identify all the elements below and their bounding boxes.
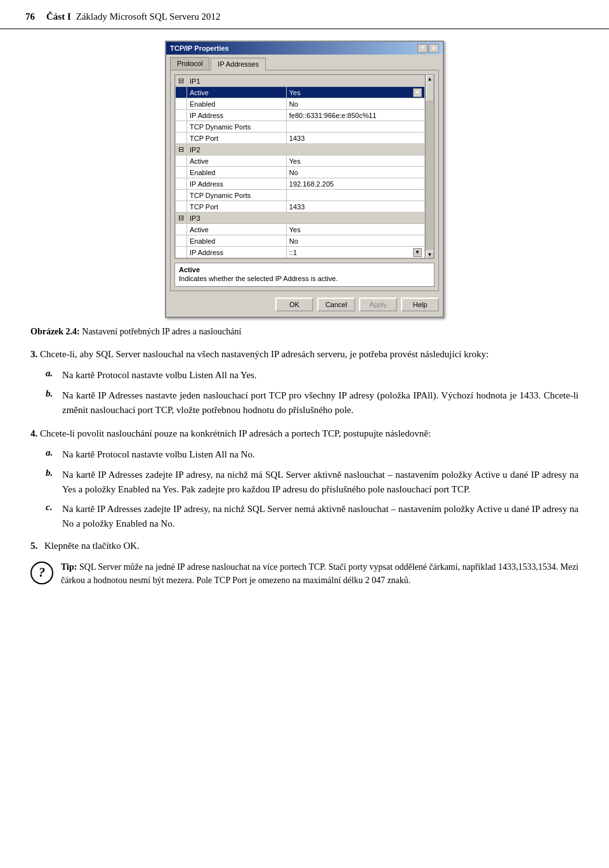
tip-icon-symbol: ?: [39, 565, 45, 580]
dropdown-arrow-icon[interactable]: ▼: [413, 88, 422, 97]
indent: [176, 121, 187, 133]
step3a-label: a.: [46, 368, 57, 383]
figure-caption-text: Nastavení potřebných IP adres a naslouch…: [82, 327, 241, 336]
tip-content: Tip: SQL Server může na jedné IP adrese …: [61, 560, 579, 587]
properties-table-wrapper: ⊟ IP1 Active Yes ▼: [174, 74, 435, 259]
prop-row-ip1-enabled[interactable]: Enabled No: [176, 98, 425, 110]
tab-protocol[interactable]: Protocol: [170, 57, 209, 70]
prop-value: 1433: [286, 201, 424, 213]
step5-row: 5. Klepněte na tlačítko OK.: [30, 541, 579, 551]
prop-name: TCP Dynamic Ports: [187, 121, 287, 133]
step4-number: 4.: [30, 428, 37, 438]
section-ip3: ⊟ IP3: [176, 213, 425, 224]
indent: [176, 247, 187, 258]
indent: [176, 87, 187, 98]
prop-value: fe80::6331:966e:e:850c%11: [286, 110, 424, 121]
step3-content: Chcete-li, aby SQL Server naslouchal na …: [40, 349, 488, 359]
section-ip1: ⊟ IP1: [176, 76, 425, 87]
prop-name: IP Address: [187, 178, 287, 190]
prop-description-box: Active Indicates whether the selected IP…: [174, 263, 435, 287]
ok-button[interactable]: OK: [275, 298, 313, 312]
indent: [176, 155, 187, 167]
prop-name: IP Address: [187, 110, 287, 121]
prop-value-text: Yes: [289, 89, 301, 96]
scroll-track: [426, 82, 434, 251]
figure-caption: Obrázek 2.4: Nastavení potřebných IP adr…: [30, 327, 579, 337]
indent: [176, 224, 187, 235]
apply-button[interactable]: Apply: [359, 298, 397, 312]
prop-name: IP Address: [187, 247, 287, 258]
step4b-label: b.: [46, 468, 57, 497]
indent: [176, 201, 187, 213]
step4-text: 4. Chcete-li povolit naslouchání pouze n…: [30, 426, 579, 441]
dropdown-arrow-ip3-icon[interactable]: ▼: [413, 248, 422, 257]
prop-value: No: [286, 98, 424, 110]
prop-name: Active: [187, 224, 287, 235]
content-area: TCP/IP Properties ? × Protocol IP Addres…: [0, 41, 609, 587]
step4c-label: c.: [46, 502, 57, 532]
indent: [176, 98, 187, 110]
step4-text-content: Chcete-li povolit naslouchání pouze na k…: [40, 428, 431, 438]
prop-description-text: Indicates whether the selected IP Addres…: [179, 275, 338, 282]
step3a-row: a. Na kartě Protocol nastavte volbu List…: [30, 368, 579, 383]
prop-value-text-ip3: ::1: [289, 249, 297, 256]
prop-row-ip1-port[interactable]: TCP Port 1433: [176, 133, 425, 144]
prop-value: Yes ▼: [286, 87, 424, 98]
prop-name: Enabled: [187, 167, 287, 178]
prop-row-ip2-dynamic[interactable]: TCP Dynamic Ports: [176, 190, 425, 201]
prop-row-ip1-address[interactable]: IP Address fe80::6331:966e:e:850c%11: [176, 110, 425, 121]
prop-value: No: [286, 167, 424, 178]
prop-row-ip1-dynamic[interactable]: TCP Dynamic Ports: [176, 121, 425, 133]
page-title: Základy Microsoft SQL Serveru 2012: [76, 11, 221, 22]
dialog-tab-content: ⊟ IP1 Active Yes ▼: [170, 70, 439, 291]
step4a-row: a. Na kartě Protocol nastavte volbu List…: [30, 447, 579, 462]
dialog-window: TCP/IP Properties ? × Protocol IP Addres…: [165, 41, 444, 318]
page-part: Část I: [46, 11, 71, 22]
indent: [176, 167, 187, 178]
prop-value: ::1 ▼: [286, 247, 424, 258]
help-titlebar-btn[interactable]: ?: [417, 44, 428, 53]
prop-row-ip3-address[interactable]: IP Address ::1 ▼: [176, 247, 425, 258]
prop-name: TCP Port: [187, 133, 287, 144]
section-collapse-icon[interactable]: ⊟: [176, 76, 187, 87]
step4c-row: c. Na kartě IP Adresses zadejte IP adres…: [30, 502, 579, 532]
prop-row-ip2-enabled[interactable]: Enabled No: [176, 167, 425, 178]
step5-text: Klepněte na tlačítko OK.: [44, 541, 579, 551]
step4b-row: b. Na kartě IP Adresses zadejte IP adres…: [30, 468, 579, 497]
tip-icon: ?: [30, 562, 53, 584]
tip-label: Tip:: [61, 562, 77, 572]
prop-value: [286, 190, 424, 201]
prop-row-ip3-enabled[interactable]: Enabled No: [176, 235, 425, 247]
step4a-text: Na kartě Protocol nastavte volbu Listen …: [62, 447, 579, 462]
scroll-down-btn[interactable]: ▼: [426, 251, 434, 258]
screenshot-container: TCP/IP Properties ? × Protocol IP Addres…: [30, 41, 579, 318]
step3-text: 3. Chcete-li, aby SQL Server naslouchal …: [30, 347, 579, 362]
close-titlebar-btn[interactable]: ×: [429, 44, 439, 53]
scroll-up-btn[interactable]: ▲: [426, 75, 434, 82]
step3-number: 3.: [30, 349, 40, 359]
prop-row-ip2-address[interactable]: IP Address 192.168.2.205: [176, 178, 425, 190]
indent: [176, 178, 187, 190]
prop-row-ip1-active[interactable]: Active Yes ▼: [176, 87, 425, 98]
scroll-thumb[interactable]: [426, 82, 434, 102]
indent: [176, 110, 187, 121]
prop-value: 192.168.2.205: [286, 178, 424, 190]
page-header: 76 Část I Základy Microsoft SQL Serveru …: [0, 0, 609, 29]
prop-name: Enabled: [187, 235, 287, 247]
prop-row-ip2-active[interactable]: Active Yes: [176, 155, 425, 167]
step5-number: 5.: [30, 541, 44, 551]
tip-box: ? Tip: SQL Server může na jedné IP adres…: [30, 560, 579, 587]
step3a-text: Na kartě Protocol nastavte volbu Listen …: [62, 368, 579, 383]
prop-row-ip3-active[interactable]: Active Yes: [176, 224, 425, 235]
scrollbar[interactable]: ▲ ▼: [425, 75, 434, 258]
section-ip2: ⊟ IP2: [176, 144, 425, 155]
tab-ip-addresses[interactable]: IP Addresses: [211, 58, 266, 70]
page-number: 76: [25, 11, 35, 22]
section-ip1-label: IP1: [187, 76, 425, 87]
section-collapse-icon-ip3[interactable]: ⊟: [176, 213, 187, 224]
prop-row-ip2-port[interactable]: TCP Port 1433: [176, 201, 425, 213]
indent: [176, 133, 187, 144]
section-collapse-icon-ip2[interactable]: ⊟: [176, 144, 187, 155]
cancel-button[interactable]: Cancel: [317, 298, 355, 312]
help-button[interactable]: Help: [401, 298, 439, 312]
